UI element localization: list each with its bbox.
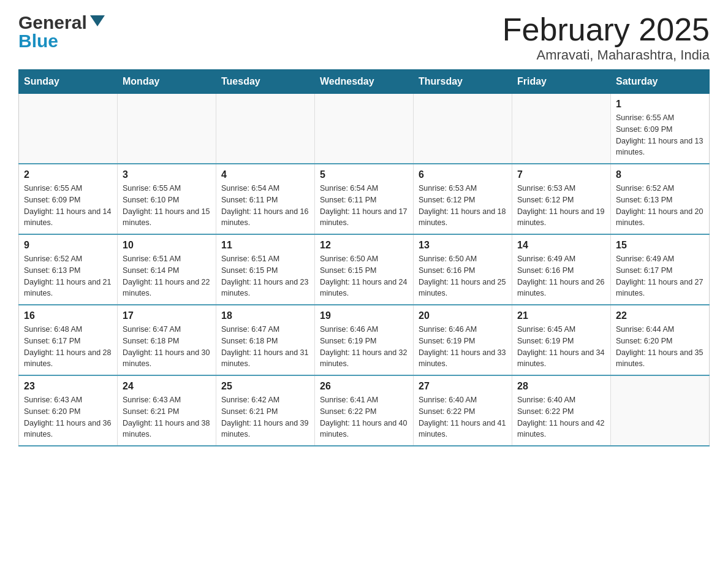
- col-wednesday: Wednesday: [315, 70, 414, 94]
- calendar-cell: 19Sunrise: 6:46 AMSunset: 6:19 PMDayligh…: [315, 305, 414, 375]
- calendar-cell: [414, 94, 512, 164]
- day-number: 26: [320, 381, 408, 392]
- day-number: 23: [24, 381, 112, 392]
- day-info: Sunrise: 6:41 AMSunset: 6:22 PMDaylight:…: [320, 394, 408, 440]
- day-number: 25: [221, 381, 309, 392]
- day-info: Sunrise: 6:50 AMSunset: 6:16 PMDaylight:…: [419, 253, 507, 299]
- day-info: Sunrise: 6:48 AMSunset: 6:17 PMDaylight:…: [24, 324, 112, 370]
- day-info: Sunrise: 6:46 AMSunset: 6:19 PMDaylight:…: [320, 324, 408, 370]
- page-header: General Blue February 2025 Amravati, Mah…: [18, 12, 710, 63]
- calendar-cell: 18Sunrise: 6:47 AMSunset: 6:18 PMDayligh…: [216, 305, 315, 375]
- day-info: Sunrise: 6:54 AMSunset: 6:11 PMDaylight:…: [320, 183, 408, 229]
- day-info: Sunrise: 6:55 AMSunset: 6:09 PMDaylight:…: [616, 112, 704, 158]
- col-saturday: Saturday: [611, 70, 710, 94]
- calendar-cell: 20Sunrise: 6:46 AMSunset: 6:19 PMDayligh…: [414, 305, 512, 375]
- calendar-cell: 5Sunrise: 6:54 AMSunset: 6:11 PMDaylight…: [315, 164, 414, 234]
- day-number: 21: [517, 310, 605, 321]
- calendar-cell: 28Sunrise: 6:40 AMSunset: 6:22 PMDayligh…: [512, 375, 611, 446]
- day-info: Sunrise: 6:43 AMSunset: 6:20 PMDaylight:…: [24, 394, 112, 440]
- calendar-cell: 22Sunrise: 6:44 AMSunset: 6:20 PMDayligh…: [611, 305, 710, 375]
- calendar-cell: [19, 94, 118, 164]
- day-number: 5: [320, 169, 408, 180]
- day-info: Sunrise: 6:40 AMSunset: 6:22 PMDaylight:…: [517, 394, 605, 440]
- logo: General Blue: [18, 12, 105, 52]
- calendar-week-row: 16Sunrise: 6:48 AMSunset: 6:17 PMDayligh…: [19, 305, 710, 375]
- calendar-cell: 11Sunrise: 6:51 AMSunset: 6:15 PMDayligh…: [216, 234, 315, 305]
- calendar-header: Sunday Monday Tuesday Wednesday Thursday…: [19, 70, 710, 94]
- day-number: 15: [616, 240, 704, 251]
- calendar-cell: 9Sunrise: 6:52 AMSunset: 6:13 PMDaylight…: [19, 234, 118, 305]
- calendar-cell: 21Sunrise: 6:45 AMSunset: 6:19 PMDayligh…: [512, 305, 611, 375]
- day-number: 17: [123, 310, 211, 321]
- day-number: 6: [419, 169, 507, 180]
- day-number: 16: [24, 310, 112, 321]
- calendar-cell: 1Sunrise: 6:55 AMSunset: 6:09 PMDaylight…: [611, 94, 710, 164]
- day-info: Sunrise: 6:46 AMSunset: 6:19 PMDaylight:…: [419, 324, 507, 370]
- calendar-cell: 23Sunrise: 6:43 AMSunset: 6:20 PMDayligh…: [19, 375, 118, 446]
- calendar-week-row: 9Sunrise: 6:52 AMSunset: 6:13 PMDaylight…: [19, 234, 710, 305]
- day-info: Sunrise: 6:43 AMSunset: 6:21 PMDaylight:…: [123, 394, 211, 440]
- col-sunday: Sunday: [19, 70, 118, 94]
- calendar-cell: 24Sunrise: 6:43 AMSunset: 6:21 PMDayligh…: [118, 375, 216, 446]
- day-number: 4: [221, 169, 309, 180]
- calendar-cell: 15Sunrise: 6:49 AMSunset: 6:17 PMDayligh…: [611, 234, 710, 305]
- calendar-cell: [118, 94, 216, 164]
- day-number: 13: [419, 240, 507, 251]
- day-number: 1: [616, 99, 704, 110]
- day-info: Sunrise: 6:42 AMSunset: 6:21 PMDaylight:…: [221, 394, 309, 440]
- calendar-table: Sunday Monday Tuesday Wednesday Thursday…: [18, 69, 710, 446]
- day-info: Sunrise: 6:47 AMSunset: 6:18 PMDaylight:…: [123, 324, 211, 370]
- calendar-cell: [216, 94, 315, 164]
- day-number: 7: [517, 169, 605, 180]
- day-info: Sunrise: 6:49 AMSunset: 6:16 PMDaylight:…: [517, 253, 605, 299]
- calendar-week-row: 1Sunrise: 6:55 AMSunset: 6:09 PMDaylight…: [19, 94, 710, 164]
- calendar-cell: 14Sunrise: 6:49 AMSunset: 6:16 PMDayligh…: [512, 234, 611, 305]
- day-number: 10: [123, 240, 211, 251]
- day-number: 27: [419, 381, 507, 392]
- day-info: Sunrise: 6:52 AMSunset: 6:13 PMDaylight:…: [616, 183, 704, 229]
- day-number: 9: [24, 240, 112, 251]
- calendar-cell: 10Sunrise: 6:51 AMSunset: 6:14 PMDayligh…: [118, 234, 216, 305]
- day-number: 24: [123, 381, 211, 392]
- day-info: Sunrise: 6:53 AMSunset: 6:12 PMDaylight:…: [419, 183, 507, 229]
- calendar-cell: 7Sunrise: 6:53 AMSunset: 6:12 PMDaylight…: [512, 164, 611, 234]
- day-info: Sunrise: 6:55 AMSunset: 6:10 PMDaylight:…: [123, 183, 211, 229]
- calendar-cell: 26Sunrise: 6:41 AMSunset: 6:22 PMDayligh…: [315, 375, 414, 446]
- calendar-cell: 13Sunrise: 6:50 AMSunset: 6:16 PMDayligh…: [414, 234, 512, 305]
- day-info: Sunrise: 6:51 AMSunset: 6:15 PMDaylight:…: [221, 253, 309, 299]
- calendar-cell: 12Sunrise: 6:50 AMSunset: 6:15 PMDayligh…: [315, 234, 414, 305]
- col-tuesday: Tuesday: [216, 70, 315, 94]
- day-info: Sunrise: 6:52 AMSunset: 6:13 PMDaylight:…: [24, 253, 112, 299]
- day-info: Sunrise: 6:47 AMSunset: 6:18 PMDaylight:…: [221, 324, 309, 370]
- day-info: Sunrise: 6:40 AMSunset: 6:22 PMDaylight:…: [419, 394, 507, 440]
- day-number: 3: [123, 169, 211, 180]
- day-info: Sunrise: 6:45 AMSunset: 6:19 PMDaylight:…: [517, 324, 605, 370]
- day-info: Sunrise: 6:50 AMSunset: 6:15 PMDaylight:…: [320, 253, 408, 299]
- calendar-week-row: 2Sunrise: 6:55 AMSunset: 6:09 PMDaylight…: [19, 164, 710, 234]
- col-monday: Monday: [118, 70, 216, 94]
- calendar-week-row: 23Sunrise: 6:43 AMSunset: 6:20 PMDayligh…: [19, 375, 710, 446]
- day-number: 8: [616, 169, 704, 180]
- day-number: 18: [221, 310, 309, 321]
- logo-blue-text: Blue: [18, 31, 58, 52]
- day-number: 20: [419, 310, 507, 321]
- day-info: Sunrise: 6:55 AMSunset: 6:09 PMDaylight:…: [24, 183, 112, 229]
- day-number: 22: [616, 310, 704, 321]
- day-number: 28: [517, 381, 605, 392]
- calendar-cell: 8Sunrise: 6:52 AMSunset: 6:13 PMDaylight…: [611, 164, 710, 234]
- logo-arrow-icon: [90, 15, 105, 26]
- day-number: 19: [320, 310, 408, 321]
- day-number: 12: [320, 240, 408, 251]
- calendar-cell: 2Sunrise: 6:55 AMSunset: 6:09 PMDaylight…: [19, 164, 118, 234]
- day-number: 2: [24, 169, 112, 180]
- calendar-cell: [315, 94, 414, 164]
- day-info: Sunrise: 6:44 AMSunset: 6:20 PMDaylight:…: [616, 324, 704, 370]
- header-row: Sunday Monday Tuesday Wednesday Thursday…: [19, 70, 710, 94]
- page-title: February 2025: [502, 12, 710, 47]
- page-subtitle: Amravati, Maharashtra, India: [502, 47, 710, 63]
- day-info: Sunrise: 6:49 AMSunset: 6:17 PMDaylight:…: [616, 253, 704, 299]
- day-number: 14: [517, 240, 605, 251]
- day-info: Sunrise: 6:53 AMSunset: 6:12 PMDaylight:…: [517, 183, 605, 229]
- calendar-cell: 25Sunrise: 6:42 AMSunset: 6:21 PMDayligh…: [216, 375, 315, 446]
- logo-general-text: General: [18, 12, 87, 33]
